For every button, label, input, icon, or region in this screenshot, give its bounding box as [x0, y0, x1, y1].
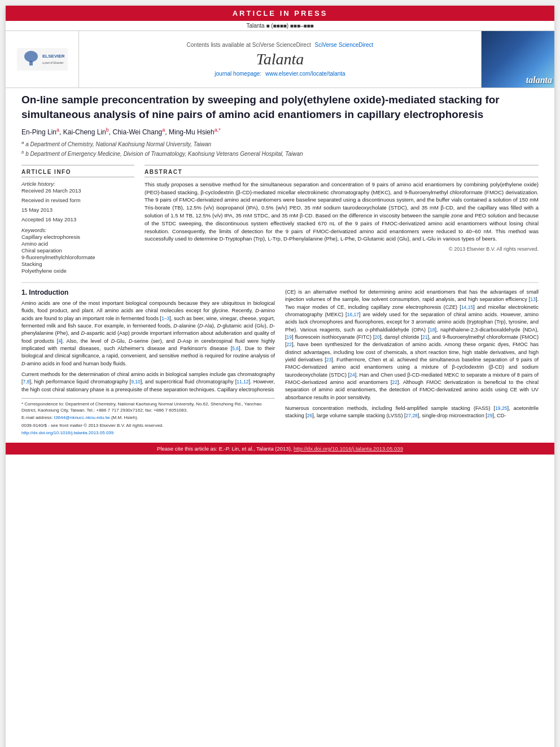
footnote-doi: http://dx.doi.org/10.1016/j.talanta.2013…	[21, 430, 275, 436]
affiliations-block: a a Department of Chemistry, National Ka…	[21, 139, 539, 158]
article-info-box: ARTICLE INFO Article history: Received 2…	[21, 165, 134, 274]
intro-paragraph-2: Current methods for the determination of…	[21, 371, 275, 394]
journal-title: Talanta	[256, 50, 304, 68]
elsevier-logo-area: ELSEVIER a part of Elsevier	[6, 31, 79, 88]
introduction-left-column: 1. Introduction Amino acids are one of t…	[21, 289, 275, 437]
journal-url-text: www.elsevier.com/locate/talanta	[265, 71, 345, 77]
intro-paragraph-3: (CE) is an alternative method for determ…	[285, 289, 539, 401]
abstract-column: ABSTRACT This study proposes a sensitive…	[145, 165, 539, 274]
svg-rect-2	[29, 61, 33, 65]
footnote-issn: 0039-9140/$ - see front matter © 2013 El…	[21, 422, 275, 429]
article-title: On-line sample preconcentration by sweep…	[21, 93, 539, 121]
footnote-email: E-mail address: t3644@nknucc.nknu.edu.tw…	[21, 414, 275, 421]
journal-title-area: Contents lists available at SciVerse Sci…	[79, 31, 481, 88]
intro-paragraph-1: Amino acids are one of the most importan…	[21, 300, 275, 368]
keyword-5: Stacking	[21, 261, 134, 267]
elsevier-logo-icon: ELSEVIER a part of Elsevier	[14, 45, 71, 73]
affiliation-a: a a Department of Chemistry, National Ka…	[21, 139, 539, 148]
article-page: ARTICLE IN PRESS Talanta ■ (■■■■) ■■■–■■…	[6, 6, 554, 747]
keyword-3: Chiral separation	[21, 247, 134, 254]
copyright-line: © 2013 Elsevier B.V. All rights reserved…	[145, 246, 539, 252]
abstract-section: ABSTRACT This study proposes a sensitive…	[145, 165, 539, 252]
svg-text:ELSEVIER: ELSEVIER	[42, 54, 65, 59]
intro-paragraph-4: Numerous concentration methods, includin…	[285, 405, 539, 420]
footnote-area: * Correspondence to: Department of Chemi…	[21, 398, 275, 436]
info-abstract-section: ARTICLE INFO Article history: Received 2…	[21, 165, 539, 274]
sciverse-text: Contents lists available at SciVerse Sci…	[187, 42, 311, 48]
history-label: Article history:	[21, 181, 134, 187]
accepted-date: Accepted 16 May 2013	[21, 216, 134, 222]
cite-prefix: Please cite this article as: E.-P. Lin, …	[157, 445, 294, 452]
footnote-1: * Correspondence to: Department of Chemi…	[21, 401, 275, 413]
journal-url-prefix: journal homepage:	[215, 71, 261, 77]
introduction-title: 1. Introduction	[21, 289, 275, 296]
received-date: Received 26 March 2013	[21, 187, 134, 194]
cite-doi-link[interactable]: http://dx.doi.org/10.1016/j.talanta.2013…	[294, 445, 403, 452]
journal-ref-text: Talanta ■ (■■■■) ■■■–■■■	[246, 23, 313, 29]
affiliation-b-text: b Department of Emergency Medicine, Divi…	[25, 151, 303, 157]
abstract-text: This study proposes a sensitive method f…	[145, 181, 539, 243]
journal-reference: Talanta ■ (■■■■) ■■■–■■■	[6, 21, 554, 30]
keywords-section: Keywords: Capillary electrophoresis Amin…	[21, 227, 134, 274]
email-link[interactable]: t3644@nknucc.nknu.edu.tw	[54, 415, 110, 420]
journal-header: ELSEVIER a part of Elsevier Contents lis…	[6, 30, 554, 88]
abstract-heading: ABSTRACT	[145, 169, 539, 177]
sciverse-link[interactable]: SciVerse ScienceDirect	[314, 42, 373, 48]
article-in-press-banner: ARTICLE IN PRESS	[6, 6, 554, 21]
talanta-cover-image: talanta	[482, 31, 554, 88]
sciverse-line: Contents lists available at SciVerse Sci…	[187, 42, 374, 48]
journal-url-link[interactable]: www.elsevier.com/locate/talanta	[265, 71, 345, 77]
affiliation-a-text: a Department of Chemistry, National Kaoh…	[25, 142, 211, 148]
article-info-column: ARTICLE INFO Article history: Received 2…	[21, 165, 134, 274]
revised-date: 15 May 2013	[21, 207, 134, 213]
revised-label: Received in revised form	[21, 197, 134, 203]
article-body: On-line sample preconcentration by sweep…	[6, 93, 554, 437]
keyword-6: Polyethylene oxide	[21, 268, 134, 274]
keyword-1: Capillary electrophoresis	[21, 234, 134, 240]
keyword-2: Amino acid	[21, 241, 134, 247]
cover-title-text: talanta	[526, 75, 552, 85]
citation-bar: Please cite this article as: E.-P. Lin, …	[6, 443, 554, 455]
keyword-4: 9-fluorenylmethylchloroformate	[21, 254, 134, 260]
svg-rect-0	[17, 48, 68, 71]
section-divider	[21, 282, 539, 283]
keywords-label: Keywords:	[21, 227, 134, 233]
authors-line: En-Ping Lina, Kai-Cheng Linb, Chia-Wei C…	[21, 127, 539, 136]
affiliation-b: b b Department of Emergency Medicine, Di…	[21, 149, 539, 158]
doi-link[interactable]: http://dx.doi.org/10.1016/j.talanta.2013…	[21, 430, 113, 435]
journal-cover-area: talanta	[481, 31, 554, 88]
banner-text: ARTICLE IN PRESS	[233, 9, 328, 18]
introduction-section: 1. Introduction Amino acids are one of t…	[21, 289, 539, 437]
journal-url-line: journal homepage: www.elsevier.com/locat…	[215, 71, 345, 77]
svg-text:a part of Elsevier: a part of Elsevier	[42, 61, 64, 64]
svg-point-1	[24, 51, 38, 62]
article-info-heading: ARTICLE INFO	[21, 169, 134, 177]
introduction-right-column: (CE) is an alternative method for determ…	[285, 289, 539, 437]
